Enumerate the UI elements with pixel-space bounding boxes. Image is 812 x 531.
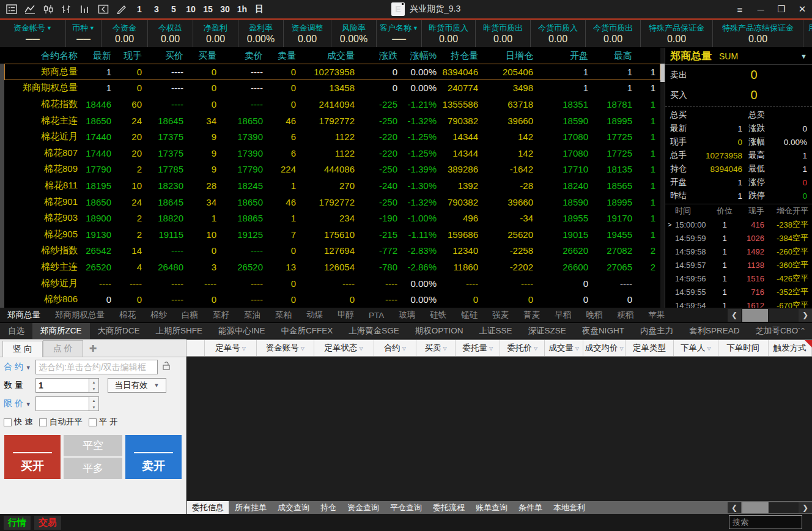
quote-row[interactable]: 棉花指数1844660----0----02414094-225-1.21%13… <box>4 96 660 113</box>
product-tab[interactable]: 棉纱 <box>143 310 174 321</box>
bottom-tab[interactable]: 账单查询 <box>471 501 512 514</box>
product-tab[interactable]: 苹果 <box>641 310 672 321</box>
bottom-tab[interactable]: 本地套利 <box>548 501 590 514</box>
quote-row[interactable]: 棉花81118195101823028182451270-240-1.30%13… <box>4 177 660 194</box>
exchange-tab[interactable]: 夜盘NIGHT <box>574 323 632 339</box>
scrollbar-thumb[interactable] <box>742 309 768 322</box>
add-tab-icon[interactable]: ✚ <box>83 341 103 357</box>
scrollbar-thumb[interactable] <box>742 502 768 513</box>
close-short-button[interactable]: 平空 <box>64 435 122 456</box>
product-tab[interactable]: 动煤 <box>299 310 330 321</box>
filter-icon[interactable]: ▽ <box>301 346 304 351</box>
minimize-icon[interactable]: ─ <box>755 4 767 15</box>
filter-icon[interactable]: ▽ <box>402 346 406 351</box>
product-tab[interactable]: 甲醇 <box>330 310 361 321</box>
exchange-tab[interactable]: 上证SSE <box>471 323 520 339</box>
product-tab[interactable]: 粳稻 <box>610 310 641 321</box>
exchange-tab[interactable]: 上海黄金SGE <box>341 323 407 339</box>
product-tab[interactable]: 郑商期权总量 <box>48 310 112 321</box>
quote-row[interactable]: 棉纱近月--------------------0--------0.00%--… <box>4 275 660 292</box>
product-tab[interactable]: 普麦 <box>516 310 547 321</box>
period-button[interactable]: 10 <box>183 2 198 17</box>
column-header[interactable]: 买量 <box>188 50 221 62</box>
candlestick-icon[interactable] <box>40 2 56 17</box>
column-header[interactable]: 现手 <box>116 50 147 62</box>
exchange-tab[interactable]: 中金所CFFEX <box>273 323 341 339</box>
quote-row[interactable]: 棉纱指数2654214----0----0127694-772-2.83%123… <box>4 243 660 259</box>
filter-icon[interactable]: ▽ <box>619 346 623 351</box>
quote-row[interactable]: 棉花9011865024186453418650461792772-250-1.… <box>4 194 660 210</box>
orders-column-header[interactable]: 成交量▽ <box>545 340 583 356</box>
close-long-button[interactable]: 平多 <box>64 458 122 479</box>
orders-column-header[interactable]: 合约▽ <box>374 340 417 356</box>
order-option-checkbox[interactable]: 自动开平 <box>39 417 83 428</box>
checkbox-icon[interactable] <box>89 418 97 426</box>
column-header[interactable]: 最新 <box>83 50 116 62</box>
tab-vertical[interactable]: 竖 向 <box>2 341 43 357</box>
lock-icon[interactable] <box>161 361 171 373</box>
quote-row[interactable]: 郑商期权总量10----0----01345800.00%24077434981… <box>4 80 660 97</box>
orders-column-header[interactable]: 下单人▽ <box>674 340 718 356</box>
period-button[interactable]: 1 <box>132 2 147 17</box>
bottom-tab[interactable]: 成交查询 <box>273 501 314 514</box>
column-header[interactable]: 卖量 <box>268 50 301 62</box>
period-button[interactable]: 15 <box>201 2 215 17</box>
exchange-tab[interactable]: 内盘主力 <box>632 323 681 339</box>
quote-row[interactable]: 棉花近月17440201737591739061122-220-1.25%143… <box>4 128 660 145</box>
orders-column-header[interactable]: 资金账号▽ <box>257 340 314 356</box>
filter-icon[interactable]: ▽ <box>242 346 246 351</box>
exchange-tab[interactable]: 芝加哥CBOT <box>747 323 800 339</box>
bottom-tab[interactable]: 所有挂单 <box>230 501 271 514</box>
checkbox-icon[interactable] <box>4 418 12 426</box>
validity-select[interactable]: 当日有效▼ <box>108 378 166 393</box>
product-tab[interactable]: 菜籽 <box>205 310 237 321</box>
quote-row[interactable]: 棉花80917790217785917790224444086-250-1.39… <box>4 162 660 178</box>
column-header[interactable]: 卖价 <box>221 50 268 62</box>
exchange-tab[interactable]: 套利SPREAD <box>681 323 748 339</box>
period-button[interactable]: 5 <box>166 2 181 17</box>
order-option-checkbox[interactable]: 平 开 <box>89 417 118 428</box>
quote-list-icon[interactable] <box>4 2 20 17</box>
orders-column-header[interactable]: 买卖▽ <box>416 340 456 356</box>
exchange-tab[interactable]: 郑商所ZCE <box>32 323 90 339</box>
orders-column-header[interactable]: 定单状态▽ <box>314 340 374 356</box>
vertical-scrollbar-thumb[interactable] <box>660 64 665 82</box>
quote-row[interactable]: 棉花9051913021911510191257175610-215-1.11%… <box>4 226 660 243</box>
period-button[interactable]: 1h <box>235 2 249 17</box>
scroll-left-icon[interactable]: ❮ <box>728 502 741 513</box>
ohlc-bars-icon[interactable] <box>59 2 75 17</box>
orders-column-header[interactable]: 定单号▽ <box>205 340 257 356</box>
exchange-tab[interactable]: 上期所SHFE <box>148 323 211 339</box>
orders-column-header[interactable]: 下单时间 <box>718 340 769 356</box>
order-option-checkbox[interactable]: 快 速 <box>4 417 33 428</box>
column-header[interactable]: 合约名称 <box>4 50 83 62</box>
column-header[interactable]: 日增仓 <box>483 50 538 62</box>
limit-price-input[interactable] <box>35 396 89 411</box>
column-header[interactable]: 开盘 <box>538 50 593 62</box>
quote-row[interactable]: 棉花903189002188201188651234-190-1.00%496-… <box>4 210 660 226</box>
contract-label[interactable]: 合 约 ▼ <box>4 362 35 373</box>
exchange-tab[interactable]: 能源中心INE <box>210 323 273 339</box>
column-header[interactable]: 持仓量 <box>441 50 483 62</box>
chevron-down-icon[interactable]: ▼ <box>413 25 418 31</box>
scroll-right-icon[interactable]: ❯ <box>799 309 812 322</box>
filter-icon[interactable]: ▽ <box>575 346 579 351</box>
product-tab[interactable]: 棉花 <box>112 310 143 321</box>
product-tab[interactable]: 菜油 <box>237 310 268 321</box>
product-tab[interactable]: 晚稻 <box>578 310 610 321</box>
chevron-down-icon[interactable]: ▼ <box>46 25 52 31</box>
product-tab[interactable]: 白糖 <box>174 310 205 321</box>
market-mode-button[interactable]: 行情 <box>4 516 31 530</box>
exchange-tab[interactable]: 大商所DCE <box>90 323 148 339</box>
bottom-tab[interactable]: 委托流程 <box>428 501 470 514</box>
menu-icon[interactable]: ≡ <box>734 4 746 15</box>
quote-row[interactable]: 棉花80717440201737591739061122-220-1.25%14… <box>4 145 660 162</box>
maximize-icon[interactable]: ❒ <box>775 4 788 15</box>
bottom-tab[interactable]: 平仓查询 <box>385 501 427 514</box>
bottom-tab[interactable]: 委托信息 <box>187 501 229 514</box>
filter-icon[interactable]: ▽ <box>443 346 447 351</box>
bottom-tab[interactable]: 持仓 <box>316 501 341 514</box>
product-tab[interactable]: 菜粕 <box>268 310 299 321</box>
product-tab[interactable]: PTA <box>361 311 391 320</box>
minute-bars-icon[interactable] <box>77 2 93 17</box>
